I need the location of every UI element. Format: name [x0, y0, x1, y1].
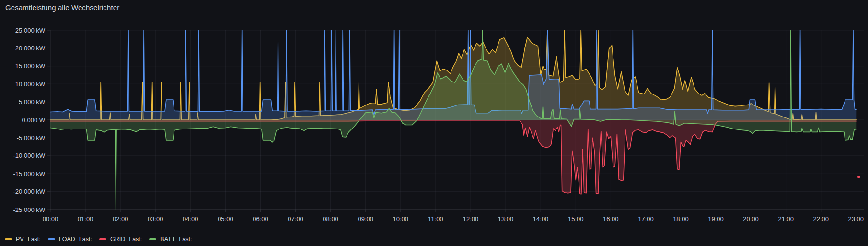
x-tick-label: 00:00: [43, 215, 58, 223]
x-tick-label: 10:00: [393, 215, 409, 223]
outlier-point: [857, 176, 860, 178]
x-tick-label: 02:00: [113, 215, 128, 223]
x-tick-label: 07:00: [288, 215, 303, 223]
x-tick-label: 18:00: [673, 215, 689, 223]
x-tick-label: 06:00: [253, 215, 268, 223]
y-tick-label: 25.000 kW: [15, 27, 46, 34]
x-tick-label: 05:00: [218, 215, 233, 223]
y-tick-label: 10.000 kW: [15, 81, 46, 88]
x-tick-label: 20:00: [743, 215, 759, 223]
y-tick-label: -5.000 kW: [17, 134, 46, 141]
y-tick-label: -25.000 kW: [13, 206, 46, 213]
series-color-swatch-icon: [99, 238, 106, 240]
legend-item-grid[interactable]: GRID Last:: [99, 236, 142, 243]
legend-item-pv[interactable]: PV Last:: [5, 236, 41, 243]
series-color-swatch-icon: [5, 238, 12, 240]
legend-series-calc: Last:: [28, 236, 41, 243]
x-tick-label: 03:00: [148, 215, 163, 223]
legend: PV Last: LOAD Last: GRID Last: BATT Last…: [5, 236, 192, 243]
y-tick-label: 15.000 kW: [15, 62, 46, 70]
series-color-swatch-icon: [48, 238, 55, 240]
y-tick-label: -10.000 kW: [13, 152, 46, 159]
legend-series-calc: Last:: [79, 236, 92, 243]
x-tick-label: 11:00: [428, 215, 443, 223]
x-tick-label: 22:00: [813, 215, 829, 223]
x-tick-label: 21:00: [778, 215, 794, 223]
legend-series-name: GRID: [110, 236, 125, 243]
series-batt: [50, 30, 856, 210]
y-tick-label: -15.000 kW: [13, 170, 46, 177]
x-tick-label: 13:00: [498, 215, 514, 223]
legend-series-calc: Last:: [129, 236, 142, 243]
legend-series-calc: Last:: [179, 236, 192, 243]
y-axis: 25.000 kW20.000 kW15.000 kW10.000 kW5.00…: [13, 27, 50, 213]
x-tick-label: 01:00: [78, 215, 93, 223]
y-tick-label: 20.000 kW: [15, 45, 46, 52]
x-tick-label: 14:00: [533, 215, 549, 223]
legend-series-name: LOAD: [59, 236, 75, 243]
x-tick-label: 12:00: [463, 215, 479, 223]
series-color-swatch-icon: [149, 238, 156, 240]
x-tick-label: 09:00: [358, 215, 373, 223]
grafana-panel: Gesamtleistung alle Wechselrichter 25.00…: [0, 0, 868, 246]
x-tick-label: 04:00: [183, 215, 198, 223]
timeseries-chart[interactable]: 25.000 kW20.000 kW15.000 kW10.000 kW5.00…: [0, 0, 868, 246]
x-tick-label: 15:00: [568, 215, 584, 223]
x-axis: 00:0001:0002:0003:0004:0005:0006:0007:00…: [43, 210, 864, 223]
legend-item-load[interactable]: LOAD Last:: [48, 236, 92, 243]
x-tick-label: 08:00: [323, 215, 338, 223]
legend-series-name: PV: [16, 236, 24, 243]
legend-item-batt[interactable]: BATT Last:: [149, 236, 192, 243]
legend-series-name: BATT: [160, 236, 175, 243]
y-tick-label: 0.000 W: [22, 117, 46, 124]
x-tick-label: 19:00: [708, 215, 724, 223]
x-tick-label: 23:00: [848, 215, 864, 223]
x-tick-label: 16:00: [603, 215, 619, 223]
x-tick-label: 17:00: [638, 215, 654, 223]
y-tick-label: 5.000 kW: [19, 98, 46, 105]
y-tick-label: -20.000 kW: [13, 188, 46, 195]
